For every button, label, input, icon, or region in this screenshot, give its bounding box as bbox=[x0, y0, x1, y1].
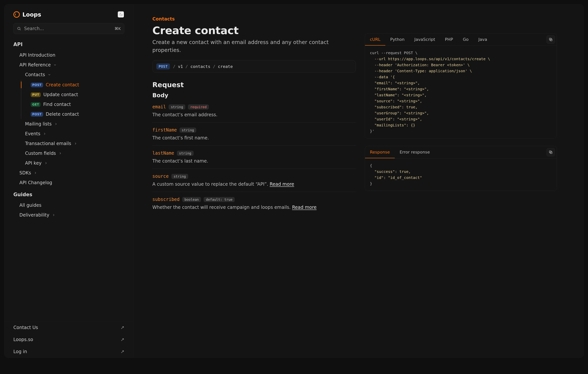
field-name: lastName bbox=[152, 151, 174, 156]
chevron-right-icon bbox=[52, 213, 55, 217]
page-title: Create contact bbox=[152, 24, 356, 37]
brand[interactable]: Loops bbox=[13, 11, 41, 18]
external-arrow-icon: ↗ bbox=[121, 337, 124, 342]
method-badge-put: PUT bbox=[31, 92, 41, 97]
field-email: emailstringrequiredThe contact’s email a… bbox=[152, 99, 356, 122]
external-arrow-icon: ↗ bbox=[121, 325, 124, 330]
copy-response-button[interactable] bbox=[546, 148, 555, 156]
field-desc: The contact’s email address. bbox=[152, 112, 356, 117]
field-desc: The contact’s first name. bbox=[152, 135, 356, 141]
method-pill: POST bbox=[156, 63, 170, 70]
read-more-link[interactable]: Read more bbox=[292, 205, 317, 210]
field-type-tag: string bbox=[177, 151, 194, 156]
svg-point-0 bbox=[18, 27, 20, 30]
page-subtitle: Create a new contact with an email addre… bbox=[152, 38, 356, 54]
nav-contacts-create[interactable]: POSTCreate contact bbox=[4, 80, 133, 90]
field-type-tag: string bbox=[168, 104, 185, 110]
code-response[interactable]: { "success": true, "id": "id_of_contact"… bbox=[365, 158, 557, 191]
search-placeholder: Search... bbox=[24, 26, 112, 31]
field-name: email bbox=[152, 104, 166, 110]
method-badge-get: GET bbox=[31, 102, 41, 107]
sidebar: Loops Search... ⌘K API API Introduction … bbox=[4, 4, 134, 358]
field-source: sourcestringA custom source value to rep… bbox=[152, 169, 356, 192]
tab-error-response[interactable]: Error response bbox=[395, 146, 435, 158]
field-firstName: firstNamestringThe contact’s first name. bbox=[152, 122, 356, 146]
article: Contacts Create contact Create a new con… bbox=[152, 16, 356, 349]
nav-api: API Introduction API Reference Contacts … bbox=[4, 49, 133, 188]
sidebar-footer: Contact Us↗ Loops.so↗ Log in↗ bbox=[4, 321, 133, 358]
tab-javascript[interactable]: JavaScript bbox=[410, 34, 440, 46]
method-badge-post: POST bbox=[31, 83, 43, 87]
external-arrow-icon: ↗ bbox=[121, 349, 124, 354]
brand-name: Loops bbox=[22, 11, 41, 18]
nav-events[interactable]: Events bbox=[4, 129, 133, 139]
tab-python[interactable]: Python bbox=[385, 34, 410, 46]
field-desc: The contact’s last name. bbox=[152, 158, 356, 164]
tab-curl[interactable]: cURL bbox=[365, 34, 385, 46]
copy-code-button[interactable] bbox=[546, 35, 555, 44]
code-tabs: cURLPythonJavaScriptPHPGoJava bbox=[365, 33, 557, 46]
field-desc: A custom source value to replace the def… bbox=[152, 182, 356, 187]
chevron-right-icon bbox=[54, 122, 58, 126]
tab-java[interactable]: Java bbox=[473, 34, 492, 46]
field-name: source bbox=[152, 174, 169, 179]
nav-contacts-find[interactable]: GETFind contact bbox=[4, 100, 133, 109]
chevron-right-icon bbox=[34, 171, 37, 175]
nav-contacts-delete[interactable]: POSTDelete contact bbox=[4, 109, 133, 119]
search-icon bbox=[17, 27, 21, 31]
chevron-right-icon bbox=[59, 152, 62, 155]
breadcrumb[interactable]: Contacts bbox=[152, 16, 356, 22]
section-api-title: API bbox=[4, 37, 133, 49]
method-badge-post: POST bbox=[31, 112, 43, 117]
endpoint-path: / v1 / contacts / create bbox=[173, 64, 233, 69]
nav-api-introduction[interactable]: API Introduction bbox=[4, 50, 133, 60]
copy-icon bbox=[549, 150, 553, 154]
field-type-tag: string bbox=[179, 128, 196, 133]
nav-guides: All guides Deliverability bbox=[4, 199, 133, 220]
field-name: subscribed bbox=[152, 197, 180, 202]
body-heading: Body bbox=[152, 92, 356, 99]
app-window: Loops Search... ⌘K API API Introduction … bbox=[4, 4, 584, 358]
read-more-link[interactable]: Read more bbox=[270, 182, 294, 187]
main: Contacts Create contact Create a new con… bbox=[134, 4, 584, 358]
chevron-right-icon bbox=[43, 132, 46, 135]
section-guides-title: Guides bbox=[4, 188, 133, 199]
footer-contact-us[interactable]: Contact Us↗ bbox=[4, 322, 133, 334]
theme-toggle[interactable] bbox=[117, 11, 124, 18]
search-input[interactable]: Search... ⌘K bbox=[13, 23, 124, 34]
tab-go[interactable]: Go bbox=[458, 34, 473, 46]
nav-api-key[interactable]: API key bbox=[4, 158, 133, 168]
fields-list: emailstringrequiredThe contact’s email a… bbox=[152, 99, 356, 215]
footer-log-in[interactable]: Log in↗ bbox=[4, 346, 133, 358]
field-name: firstName bbox=[152, 127, 177, 133]
tab-response[interactable]: Response bbox=[365, 146, 395, 158]
right-column: cURLPythonJavaScriptPHPGoJava curl --req… bbox=[365, 33, 557, 349]
tab-php[interactable]: PHP bbox=[440, 34, 458, 46]
moon-icon bbox=[119, 12, 123, 17]
nav-all-guides[interactable]: All guides bbox=[4, 200, 133, 210]
default-tag: default: true bbox=[204, 197, 235, 202]
nav-contacts[interactable]: Contacts bbox=[4, 70, 133, 80]
request-heading: Request bbox=[152, 81, 356, 89]
nav-api-changelog[interactable]: API Changelog bbox=[4, 178, 133, 188]
footer-loops-so[interactable]: Loops.so↗ bbox=[4, 334, 133, 346]
field-subscribed: subscribedbooleandefault: trueWhether th… bbox=[152, 192, 356, 215]
copy-icon bbox=[549, 37, 553, 41]
nav-custom-fields[interactable]: Custom fields bbox=[4, 148, 133, 158]
chevron-right-icon bbox=[74, 142, 77, 145]
response-tabs: ResponseError response bbox=[365, 146, 557, 158]
code-curl[interactable]: curl --request POST \ --url https://app.… bbox=[365, 46, 557, 138]
endpoint-box: POST / v1 / contacts / create bbox=[152, 60, 356, 73]
nav-mailing-lists[interactable]: Mailing lists bbox=[4, 119, 133, 129]
field-lastName: lastNamestringThe contact’s last name. bbox=[152, 146, 356, 169]
nav-sdks[interactable]: SDKs bbox=[4, 168, 133, 178]
field-type-tag: string bbox=[171, 174, 188, 179]
search-shortcut: ⌘K bbox=[115, 26, 121, 31]
nav-transactional-emails[interactable]: Transactional emails bbox=[4, 139, 133, 148]
nav-deliverability[interactable]: Deliverability bbox=[4, 210, 133, 220]
required-tag: required bbox=[188, 104, 209, 110]
field-type-tag: boolean bbox=[182, 197, 201, 202]
nav-api-reference[interactable]: API Reference bbox=[4, 60, 133, 70]
nav-contacts-update[interactable]: PUTUpdate contact bbox=[4, 90, 133, 100]
response-panel: ResponseError response { "success": true… bbox=[365, 146, 557, 191]
